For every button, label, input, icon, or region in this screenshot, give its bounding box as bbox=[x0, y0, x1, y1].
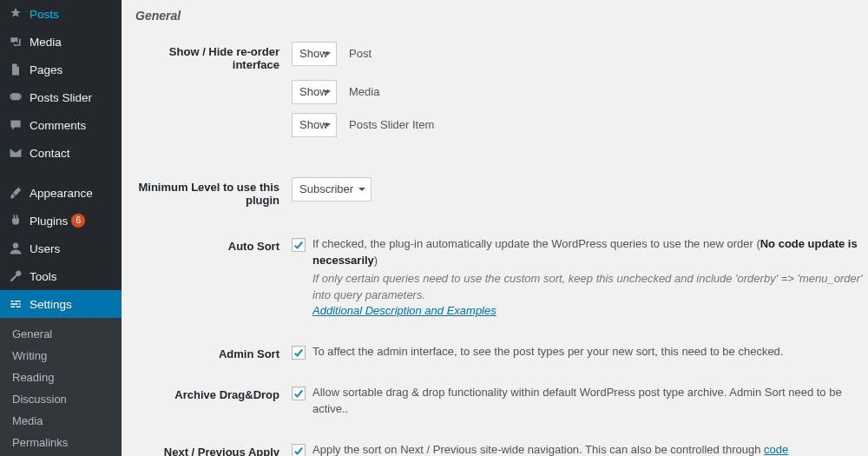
submenu-discussion[interactable]: Discussion bbox=[0, 388, 122, 410]
auto-sort-description: If checked, the plug-in automatically up… bbox=[312, 236, 868, 320]
archive-label: Archive Drag&Drop bbox=[135, 383, 292, 401]
submenu-media[interactable]: Media bbox=[0, 410, 122, 432]
chevron-down-icon bbox=[324, 52, 331, 56]
sidebar-item-posts-slider[interactable]: Posts Slider bbox=[0, 83, 122, 111]
pin-icon bbox=[7, 5, 24, 23]
chevron-down-icon bbox=[358, 188, 365, 191]
min-level-select[interactable]: Subscriber bbox=[292, 177, 372, 202]
sidebar-item-contact[interactable]: Contact bbox=[0, 139, 122, 167]
show-hide-row-media: Show Media bbox=[135, 78, 868, 104]
show-select-slider[interactable]: Show bbox=[292, 113, 337, 137]
sidebar-item-plugins[interactable]: Plugins 6 bbox=[0, 207, 122, 235]
nextprev-row: Next / Previous Apply Apply the sort on … bbox=[135, 440, 868, 456]
sidebar-item-settings[interactable]: Settings bbox=[0, 290, 122, 318]
archive-checkbox[interactable] bbox=[292, 387, 306, 400]
page-icon bbox=[7, 61, 24, 78]
svg-rect-2 bbox=[20, 95, 22, 99]
submenu-reading[interactable]: Reading bbox=[0, 367, 122, 388]
post-type-label: Post bbox=[349, 42, 372, 60]
auto-sort-row: Auto Sort If checked, the plug-in automa… bbox=[135, 235, 868, 320]
menu-label: Users bbox=[30, 242, 60, 255]
wrench-icon bbox=[7, 268, 24, 285]
sidebar-item-pages[interactable]: Pages bbox=[0, 56, 122, 83]
user-icon bbox=[7, 240, 24, 257]
mail-icon bbox=[7, 144, 24, 162]
post-type-label: Media bbox=[349, 80, 379, 98]
menu-label: Comments bbox=[30, 119, 86, 132]
nextprev-checkbox[interactable] bbox=[292, 444, 306, 456]
show-hide-label: Show / Hide re-order interface bbox=[135, 40, 292, 71]
menu-label: Tools bbox=[30, 270, 57, 283]
menu-label: Settings bbox=[30, 298, 72, 311]
menu-label: Appearance bbox=[30, 187, 93, 200]
menu-label: Posts bbox=[30, 8, 59, 21]
settings-submenu: General Writing Reading Discussion Media… bbox=[0, 318, 122, 456]
svg-point-3 bbox=[13, 243, 18, 248]
admin-sort-row: Admin Sort To affect the admin interface… bbox=[135, 342, 868, 360]
show-select-post[interactable]: Show bbox=[292, 42, 337, 66]
settings-page: General Show / Hide re-order interface S… bbox=[122, 0, 868, 456]
sidebar-item-tools[interactable]: Tools bbox=[0, 262, 122, 290]
menu-label: Contact bbox=[30, 147, 70, 160]
sidebar-item-users[interactable]: Users bbox=[0, 235, 122, 262]
archive-description: Allow sortable drag & drop functionality… bbox=[312, 385, 868, 418]
show-hide-row-post: Show / Hide re-order interface Show Post bbox=[135, 40, 868, 71]
show-hide-row-slider: Show Posts Slider Item bbox=[135, 111, 868, 137]
menu-label: Posts Slider bbox=[30, 91, 92, 104]
section-heading: General bbox=[135, 9, 868, 23]
admin-sidebar: Posts Media Pages Posts Slider Comments … bbox=[0, 0, 122, 456]
admin-sort-description: To affect the admin interface, to see th… bbox=[312, 344, 783, 360]
nextprev-code-link[interactable]: code bbox=[764, 443, 788, 456]
sliders-icon bbox=[7, 295, 24, 313]
submenu-permalinks[interactable]: Permalinks bbox=[0, 432, 122, 453]
admin-sort-checkbox[interactable] bbox=[292, 346, 306, 360]
min-level-label: Minimum Level to use this plugin bbox=[135, 175, 292, 207]
sidebar-item-appearance[interactable]: Appearance bbox=[0, 179, 122, 207]
auto-sort-checkbox[interactable] bbox=[292, 238, 306, 252]
chevron-down-icon bbox=[324, 123, 331, 127]
min-level-row: Minimum Level to use this plugin Subscri… bbox=[135, 175, 868, 207]
submenu-general[interactable]: General bbox=[0, 323, 122, 345]
nextprev-label: Next / Previous Apply bbox=[135, 440, 292, 456]
admin-sort-label: Admin Sort bbox=[135, 342, 292, 360]
menu-label: Plugins bbox=[30, 215, 68, 228]
menu-label: Media bbox=[30, 36, 62, 49]
sidebar-item-posts[interactable]: Posts bbox=[0, 0, 122, 28]
post-type-label: Posts Slider Item bbox=[349, 113, 434, 131]
media-icon bbox=[7, 33, 24, 50]
svg-rect-0 bbox=[11, 93, 20, 100]
submenu-writing[interactable]: Writing bbox=[0, 345, 122, 367]
sidebar-item-comments[interactable]: Comments bbox=[0, 111, 122, 139]
comment-icon bbox=[7, 116, 24, 134]
nextprev-description: Apply the sort on Next / Previous site-w… bbox=[312, 442, 788, 456]
chevron-down-icon bbox=[324, 90, 331, 94]
menu-label: Pages bbox=[30, 63, 62, 76]
brush-icon bbox=[7, 184, 24, 202]
auto-sort-link[interactable]: Additional Description and Examples bbox=[312, 304, 496, 317]
archive-row: Archive Drag&Drop Allow sortable drag & … bbox=[135, 383, 868, 418]
plug-icon bbox=[7, 212, 24, 229]
plugins-update-badge: 6 bbox=[71, 214, 85, 228]
svg-rect-1 bbox=[10, 95, 12, 99]
sidebar-item-media[interactable]: Media bbox=[0, 28, 122, 56]
show-select-media[interactable]: Show bbox=[292, 80, 337, 104]
slider-icon bbox=[7, 89, 24, 106]
auto-sort-label: Auto Sort bbox=[135, 235, 292, 253]
